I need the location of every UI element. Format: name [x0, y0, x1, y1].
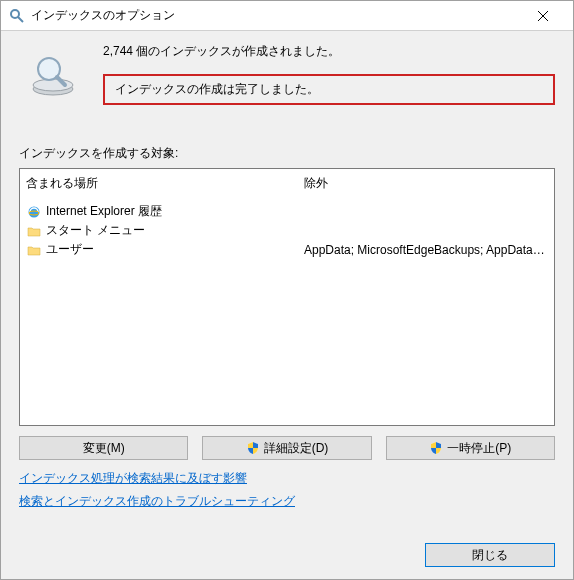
folder-icon — [26, 242, 42, 258]
shield-icon — [246, 441, 260, 455]
list-item-label: Internet Explorer 履歴 — [46, 203, 304, 220]
header-area: 2,744 個のインデックスが作成されました。 インデックスの作成は完了しました… — [19, 43, 555, 107]
window-close-button[interactable] — [520, 1, 565, 30]
ie-icon — [26, 204, 42, 220]
troubleshoot-link[interactable]: 検索とインデックス作成のトラブルシューティング — [19, 493, 295, 510]
list-item-label: スタート メニュー — [46, 222, 304, 239]
footer: 閉じる — [19, 535, 555, 567]
included-locations-list: 含まれる場所 除外 Internet Explorer 履歴 スタート メニュー — [19, 168, 555, 426]
svg-point-0 — [11, 10, 19, 18]
titlebar: インデックスのオプション — [1, 1, 573, 31]
index-drive-icon — [29, 51, 77, 99]
list-item[interactable]: Internet Explorer 履歴 — [20, 202, 554, 221]
button-label: 変更(M) — [83, 440, 125, 457]
list-item[interactable]: スタート メニュー — [20, 221, 554, 240]
indexing-options-window: インデックスのオプション 2,744 個のインデックスが作成されました。 インデ… — [0, 0, 574, 580]
shield-icon — [429, 441, 443, 455]
help-links: インデックス処理が検索結果に及ぼす影響 検索とインデックス作成のトラブルシューテ… — [19, 470, 555, 510]
close-button[interactable]: 閉じる — [425, 543, 555, 567]
pause-button[interactable]: 一時停止(P) — [386, 436, 555, 460]
modify-button[interactable]: 変更(M) — [19, 436, 188, 460]
close-icon — [538, 11, 548, 21]
list-item-exclude: AppData; MicrosoftEdgeBackups; AppData; … — [304, 243, 548, 257]
button-label: 詳細設定(D) — [264, 440, 329, 457]
folder-icon — [26, 223, 42, 239]
index-status-text: インデックスの作成は完了しました。 — [103, 74, 555, 105]
button-label: 一時停止(P) — [447, 440, 511, 457]
column-exclude: 除外 — [304, 175, 548, 192]
list-item[interactable]: ユーザー AppData; MicrosoftEdgeBackups; AppD… — [20, 240, 554, 259]
buttons-row: 変更(M) 詳細設定(D) 一時停止(P) — [19, 436, 555, 460]
client-area: 2,744 個のインデックスが作成されました。 インデックスの作成は完了しました… — [1, 31, 573, 579]
app-icon — [9, 8, 25, 24]
indexing-impact-link[interactable]: インデックス処理が検索結果に及ぼす影響 — [19, 470, 247, 487]
button-label: 閉じる — [472, 547, 508, 564]
list-item-label: ユーザー — [46, 241, 304, 258]
index-count-text: 2,744 個のインデックスが作成されました。 — [103, 43, 555, 60]
targets-label: インデックスを作成する対象: — [19, 145, 555, 162]
window-title: インデックスのオプション — [31, 7, 520, 24]
column-location: 含まれる場所 — [26, 175, 304, 192]
advanced-button[interactable]: 詳細設定(D) — [202, 436, 371, 460]
list-header: 含まれる場所 除外 — [20, 169, 554, 202]
svg-line-1 — [18, 17, 23, 22]
